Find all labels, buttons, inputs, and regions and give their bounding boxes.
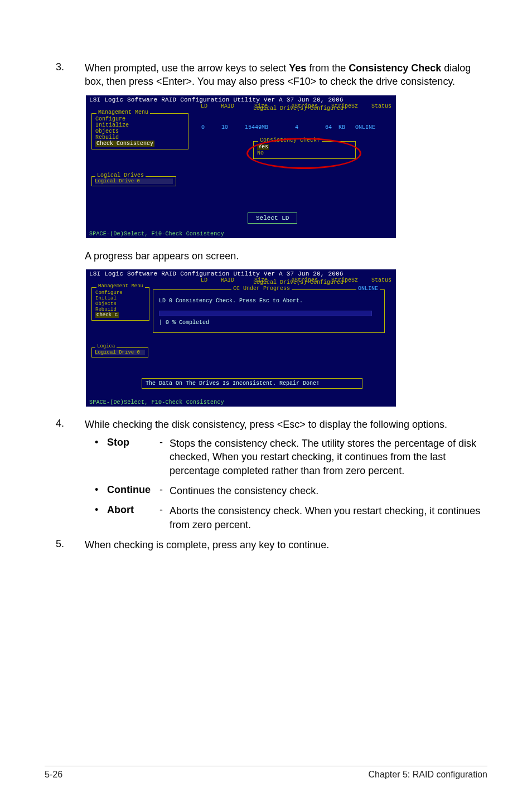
screenshot-progress-bar: LSI Logic Software RAID Configuration Ut… xyxy=(85,268,487,408)
bold-yes: Yes xyxy=(289,62,306,74)
management-menu-title: Management Menu xyxy=(96,283,145,289)
management-menu-title: Management Menu xyxy=(96,109,150,115)
option-name: Continue xyxy=(107,484,159,497)
option-name: Stop xyxy=(107,437,159,477)
step-number: 3. xyxy=(56,61,85,89)
menu-item-initial[interactable]: Initial xyxy=(95,296,146,301)
bios-screenshot: LSI Logic Software RAID Configuration Ut… xyxy=(85,94,397,239)
management-menu: Management Menu Configure Initialize Obj… xyxy=(91,113,188,149)
ld-table-row: 0 10 15449MB 4 64 KB ONLINE xyxy=(195,124,375,131)
ld-table-header: LD RAID Size #Stripes StripeSz Status xyxy=(197,103,391,109)
options-list: • Stop - Stops the consistency check. Th… xyxy=(95,437,487,532)
option-name: Abort xyxy=(107,504,159,532)
page-number: 5-26 xyxy=(45,770,62,780)
option-abort: • Abort - Aborts the consistency check. … xyxy=(95,504,487,532)
repair-done-message: The Data On The Drives Is Inconsistent. … xyxy=(142,378,362,389)
logical-drives-title: Logica xyxy=(95,344,117,349)
step-number: 4. xyxy=(56,418,85,431)
online-status: ONLINE xyxy=(356,286,380,292)
progress-percent: | 0 % Completed xyxy=(159,320,379,326)
menu-item-configure[interactable]: Configure xyxy=(95,290,146,296)
step-text: While checking the disk consistency, pre… xyxy=(85,418,447,431)
step-text: When prompted, use the arrow keys to sel… xyxy=(85,61,487,89)
step-4: 4. While checking the disk consistency, … xyxy=(56,418,487,431)
menu-item-objects[interactable]: Objects xyxy=(95,301,146,307)
dialog-yes-option[interactable]: Yes xyxy=(257,144,269,150)
logical-drive-item[interactable]: Logical Drive 0 xyxy=(95,178,173,184)
page-footer: 5-26 Chapter 5: RAID configuration xyxy=(45,766,487,780)
consistency-check-dialog: Consistency Check? Yes No xyxy=(253,141,356,159)
step-number: 5. xyxy=(56,538,85,552)
bold-consistency-check: Consistency Check xyxy=(349,62,441,74)
option-stop: • Stop - Stops the consistency check. Th… xyxy=(95,437,487,477)
dash: - xyxy=(159,437,170,477)
logical-drives-title: Logical Drives xyxy=(95,172,146,178)
cc-progress-title: CC Under Progress xyxy=(231,286,292,292)
cc-progress-message: LD 0 Consistency Check. Press Esc to Abo… xyxy=(159,298,379,304)
bios-footer-hint: SPACE-(De)Select, F10-Check Consistency xyxy=(86,230,396,238)
menu-item-check-consistency[interactable]: Check Consistency xyxy=(95,141,154,147)
text: from the xyxy=(306,62,349,74)
step-3: 3. When prompted, use the arrow keys to … xyxy=(56,61,487,89)
dash: - xyxy=(159,484,170,497)
ld-table-header: LD RAID Size #Stripes StripeSz Status xyxy=(197,277,391,283)
progress-bar xyxy=(159,311,372,316)
caption-progress: A progress bar appears on screen. xyxy=(56,249,487,263)
bios-footer-hint: SPACE-(De)Select, F10-Check Consistency xyxy=(86,398,396,407)
option-desc: Stops the consistency check. The utility… xyxy=(170,437,487,477)
option-desc: Continues the consistency check. xyxy=(170,484,487,497)
step-text: When checking is complete, press any key… xyxy=(85,538,329,552)
menu-item-initialize[interactable]: Initialize xyxy=(95,122,185,128)
option-desc: Aborts the consistency check. When you r… xyxy=(170,504,487,532)
bullet-icon: • xyxy=(95,504,107,532)
menu-item-rebuild[interactable]: Rebuild xyxy=(95,134,185,141)
bullet-icon: • xyxy=(95,484,107,497)
screenshot-consistency-check-dialog: LSI Logic Software RAID Configuration Ut… xyxy=(85,94,487,239)
select-ld-button[interactable]: Select LD xyxy=(248,212,297,224)
logical-drives-box: Logica Logical Drive 0 xyxy=(91,347,148,357)
option-continue: • Continue - Continues the consistency c… xyxy=(95,484,487,497)
bullet-icon: • xyxy=(95,437,107,477)
caption-text: A progress bar appears on screen. xyxy=(85,249,239,263)
logical-drives-box: Logical Drives Logical Drive 0 xyxy=(91,176,176,186)
logical-drive-item[interactable]: Logical Drive 0 xyxy=(95,350,145,355)
text: When prompted, use the arrow keys to sel… xyxy=(85,62,289,74)
menu-item-check-consistency[interactable]: Check C xyxy=(95,312,119,318)
chapter-title: Chapter 5: RAID configuration xyxy=(369,770,487,780)
dialog-no-option[interactable]: No xyxy=(257,150,264,156)
step-5: 5. When checking is complete, press any … xyxy=(56,538,487,552)
menu-item-objects[interactable]: Objects xyxy=(95,128,185,134)
menu-item-rebuild[interactable]: Rebuild xyxy=(95,307,146,312)
menu-item-configure[interactable]: Configure xyxy=(95,116,185,122)
management-menu: Management Menu Configure Initial Object… xyxy=(91,287,149,321)
dash: - xyxy=(159,504,170,532)
dialog-title: Consistency Check? xyxy=(258,137,322,143)
bios-screenshot: LSI Logic Software RAID Configuration Ut… xyxy=(85,268,397,408)
cc-progress-box: CC Under Progress ONLINE LD 0 Consistenc… xyxy=(153,289,385,333)
